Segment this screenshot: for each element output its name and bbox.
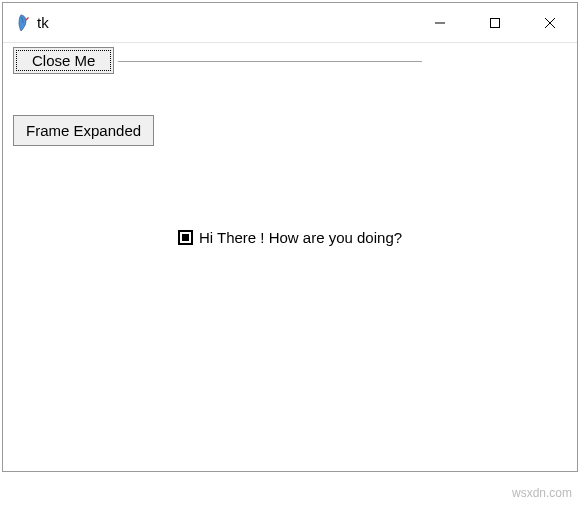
svg-rect-1 bbox=[490, 18, 499, 27]
titlebar-left: tk bbox=[3, 14, 412, 32]
frame-expanded-button[interactable]: Frame Expanded bbox=[13, 115, 154, 146]
checkbox-row[interactable]: Hi There ! How are you doing? bbox=[3, 229, 577, 246]
window-controls bbox=[412, 3, 577, 42]
checkbox-fill bbox=[182, 234, 189, 241]
close-me-button[interactable]: Close Me bbox=[13, 47, 114, 74]
titlebar: tk bbox=[3, 3, 577, 43]
minimize-button[interactable] bbox=[412, 3, 467, 42]
tk-feather-icon bbox=[13, 14, 29, 32]
window-title: tk bbox=[37, 14, 49, 31]
checkbox-label: Hi There ! How are you doing? bbox=[199, 229, 402, 246]
checkbox-icon[interactable] bbox=[178, 230, 193, 245]
close-window-button[interactable] bbox=[522, 3, 577, 42]
client-area: Close Me Frame Expanded Hi There ! How a… bbox=[3, 43, 577, 471]
maximize-button[interactable] bbox=[467, 3, 522, 42]
separator-line bbox=[118, 61, 422, 63]
window: tk Close Me Frame Expanded Hi There ! Ho… bbox=[2, 2, 578, 472]
watermark-text: wsxdn.com bbox=[512, 486, 572, 500]
